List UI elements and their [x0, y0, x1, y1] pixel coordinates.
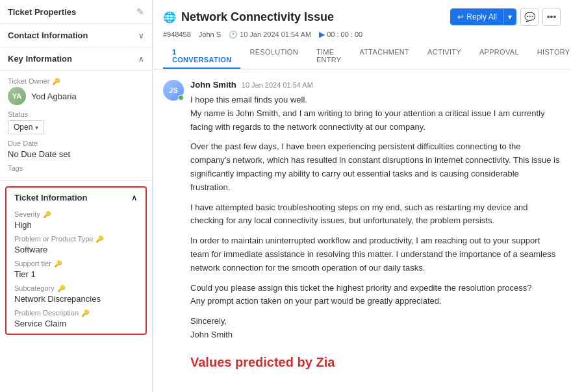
- status-label: Status: [8, 110, 144, 118]
- severity-label: Severity 🔑: [14, 210, 138, 218]
- problem-type-field: Problem or Product Type 🔑 Software: [14, 235, 138, 254]
- ticket-information-body: Severity 🔑 High Problem or Product Type …: [6, 208, 146, 334]
- main-content: 🌐 Network Connectivity Issue ↩ Reply All…: [153, 0, 571, 392]
- message-paragraph-3: I have attempted basic troubleshooting s…: [190, 201, 561, 228]
- problem-description-value: Service Claim: [14, 319, 138, 328]
- timer: ▶ 00 : 00 : 00: [319, 30, 362, 39]
- subcategory-label: Subcategory 🔑: [14, 284, 138, 292]
- more-options-button[interactable]: •••: [542, 8, 561, 26]
- message-paragraph-2: Over the past few days, I have been expe…: [190, 140, 561, 194]
- problem-description-label: Problem Description 🔑: [14, 309, 138, 317]
- ticket-owner-label: Ticket Owner 🔑: [8, 77, 144, 85]
- message-timestamp: 10 Jan 2024 01:54 AM: [242, 81, 313, 89]
- tab-activity[interactable]: ACTIVITY: [418, 44, 470, 69]
- message-paragraph-4: In order to maintain uninterrupted workf…: [190, 234, 561, 275]
- sidebar: Ticket Properties ✎ Contact Information …: [0, 0, 153, 392]
- tabs-row: 1 CONVERSATION RESOLUTION TIME ENTRY ATT…: [163, 44, 561, 69]
- severity-value: High: [14, 220, 138, 230]
- key-icon: 🔑: [43, 211, 51, 218]
- message-icon-button[interactable]: 💬: [520, 8, 539, 26]
- agent-name: John S: [199, 31, 221, 38]
- key-icon: 🔑: [52, 78, 60, 85]
- reply-icon: ↩: [457, 12, 464, 21]
- tab-history[interactable]: HISTORY: [528, 44, 571, 69]
- subcategory-field: Subcategory 🔑 Network Discrepancies: [14, 284, 138, 304]
- chevron-down-icon: ▾: [35, 124, 38, 131]
- ticket-title-text: Network Connectivity Issue: [181, 10, 334, 24]
- tab-resolution[interactable]: RESOLUTION: [240, 44, 307, 69]
- ticket-title: 🌐 Network Connectivity Issue: [163, 10, 334, 24]
- ticket-information-header[interactable]: Ticket Information ∧: [6, 188, 146, 208]
- message-paragraph-5: Could you please assign this ticket the …: [190, 282, 561, 309]
- key-information-chevron-icon: ∧: [138, 55, 144, 64]
- problem-description-field: Problem Description 🔑 Service Claim: [14, 309, 138, 328]
- key-icon: 🔑: [95, 236, 103, 243]
- key-icon: 🔑: [54, 260, 62, 267]
- ticket-id: #948458: [163, 31, 191, 38]
- message-content: John Smith 10 Jan 2024 01:54 AM I hope t…: [190, 80, 561, 373]
- support-tier-field: Support tier 🔑 Tier 1: [14, 260, 138, 279]
- tab-time-entry[interactable]: TIME ENTRY: [307, 44, 351, 69]
- ticket-properties-title: Ticket Properties: [8, 7, 76, 17]
- key-icon: 🔑: [57, 285, 65, 292]
- reply-all-button[interactable]: ↩ Reply All ▾: [450, 8, 516, 25]
- tags-label: Tags: [8, 164, 144, 172]
- problem-type-label: Problem or Product Type 🔑: [14, 235, 138, 243]
- clock-icon: 🕐: [229, 31, 238, 39]
- ticket-properties-section-header[interactable]: Ticket Properties ✎: [0, 0, 152, 24]
- contact-information-title: Contact Information: [8, 31, 88, 40]
- ticket-information-section: Ticket Information ∧ Severity 🔑 High Pro…: [5, 186, 147, 335]
- message-card: JS John Smith 10 Jan 2024 01:54 AM I hop…: [163, 80, 561, 373]
- key-information-body: Ticket Owner 🔑 YA Yod Agbaria Status Ope…: [0, 71, 152, 181]
- key-information-section-header[interactable]: Key Information ∧: [0, 47, 152, 71]
- ticket-owner-row: YA Yod Agbaria: [8, 87, 144, 105]
- header-actions: ↩ Reply All ▾ 💬 •••: [450, 8, 561, 26]
- edit-icon[interactable]: ✎: [136, 6, 144, 17]
- severity-field: Severity 🔑 High: [14, 210, 138, 230]
- ticket-title-row: 🌐 Network Connectivity Issue ↩ Reply All…: [163, 8, 561, 26]
- play-icon[interactable]: ▶: [319, 30, 325, 39]
- support-tier-value: Tier 1: [14, 269, 138, 279]
- message-date: 🕐 10 Jan 2024 01:54 AM: [229, 31, 311, 39]
- ticket-meta: #948458 John S 🕐 10 Jan 2024 01:54 AM ▶ …: [163, 30, 561, 39]
- ticket-header: 🌐 Network Connectivity Issue ↩ Reply All…: [153, 0, 571, 69]
- reply-all-dropdown-arrow[interactable]: ▾: [503, 9, 516, 25]
- ticket-info-chevron-icon: ∧: [131, 193, 138, 202]
- due-date-value: No Due Date set: [8, 149, 144, 159]
- tab-conversation[interactable]: 1 CONVERSATION: [163, 44, 240, 69]
- key-information-title: Key Information: [8, 54, 72, 64]
- sender-avatar: JS: [163, 80, 184, 101]
- avatar: YA: [8, 87, 26, 105]
- contact-information-chevron-icon: ∨: [138, 31, 144, 40]
- online-status-dot: [178, 95, 184, 101]
- message-paragraph-6: Sincerely,John Smith: [190, 315, 561, 342]
- conversation-body: JS John Smith 10 Jan 2024 01:54 AM I hop…: [153, 69, 571, 392]
- ticket-information-title: Ticket Information: [14, 193, 87, 202]
- contact-information-section-header[interactable]: Contact Information ∨: [0, 24, 152, 47]
- message-paragraph-1: I hope this email finds you well.My name…: [190, 93, 561, 134]
- due-date-label: Due Date: [8, 140, 144, 147]
- zia-prediction-text: Values predicted by Zia: [190, 355, 561, 370]
- status-dropdown[interactable]: Open ▾: [8, 120, 44, 134]
- problem-type-value: Software: [14, 245, 138, 254]
- message-text: I hope this email finds you well.My name…: [190, 93, 561, 342]
- sender-name: John Smith: [190, 80, 236, 90]
- tab-approval[interactable]: APPROVAL: [470, 44, 528, 69]
- subcategory-value: Network Discrepancies: [14, 294, 138, 304]
- key-icon: 🔑: [81, 310, 89, 317]
- tab-attachment[interactable]: ATTACHMENT: [351, 44, 419, 69]
- globe-icon: 🌐: [163, 11, 176, 23]
- message-header-row: John Smith 10 Jan 2024 01:54 AM: [190, 80, 561, 90]
- ticket-owner-value: Yod Agbaria: [31, 92, 77, 101]
- reply-all-main[interactable]: ↩ Reply All: [451, 9, 503, 25]
- support-tier-label: Support tier 🔑: [14, 260, 138, 267]
